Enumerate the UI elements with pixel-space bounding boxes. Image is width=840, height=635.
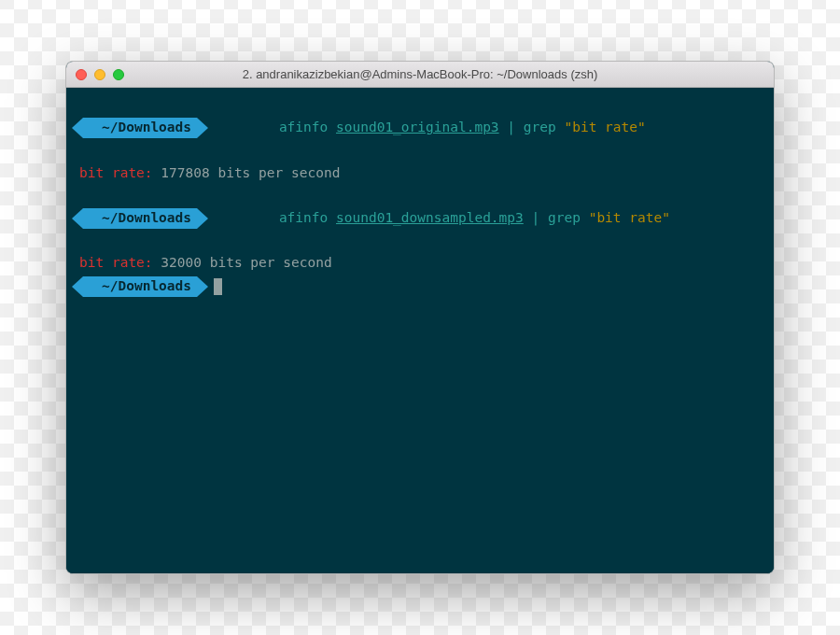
prompt-path-badge: ~/Downloads: [83, 208, 197, 229]
output-line: bit rate: 32000 bits per second: [66, 252, 774, 274]
prompt-line-active[interactable]: ~/Downloads: [66, 276, 774, 297]
titlebar[interactable]: 2. andranikazizbekian@Admins-MacBook-Pro…: [66, 62, 774, 88]
prompt-path-badge: ~/Downloads: [83, 118, 197, 138]
window-title: 2. andranikazizbekian@Admins-MacBook-Pro…: [66, 67, 774, 81]
cmd-pipe: |: [499, 120, 524, 134]
cmd-grep: grep: [524, 120, 556, 134]
output-line: bit rate: 177808 bits per second: [66, 162, 774, 184]
prompt-path: ~/Downloads: [102, 117, 191, 138]
output-value: 177808 bits per second: [153, 162, 341, 184]
cursor: [214, 278, 222, 295]
minimize-icon[interactable]: [94, 69, 105, 80]
traffic-lights: [76, 69, 124, 80]
prompt-path: ~/Downloads: [102, 275, 191, 297]
maximize-icon[interactable]: [113, 69, 124, 80]
output-label: bit rate:: [79, 162, 153, 184]
terminal-body[interactable]: ~/Downloads afinfo sound01_original.mp3 …: [66, 88, 774, 573]
cmd-arg: sound01_original.mp3: [336, 120, 499, 134]
cmd-arg: sound01_downsampled.mp3: [336, 210, 524, 225]
cmd-grep-arg: "bit rate": [589, 210, 670, 225]
close-icon[interactable]: [76, 69, 87, 80]
cmd-tool: afinfo: [279, 120, 328, 134]
output-label: bit rate:: [79, 252, 153, 274]
prompt-path: ~/Downloads: [102, 207, 191, 229]
cmd-grep: grep: [548, 210, 581, 225]
cmd-grep-arg: "bit rate": [564, 120, 645, 134]
prompt-line: ~/Downloads afinfo sound01_original.mp3 …: [66, 95, 774, 161]
output-value: 32000 bits per second: [153, 252, 332, 274]
cmd-tool: afinfo: [279, 210, 328, 225]
prompt-line: ~/Downloads afinfo sound01_downsampled.m…: [66, 186, 774, 251]
command: afinfo sound01_downsampled.mp3 | grep "b…: [214, 186, 670, 251]
cmd-pipe: |: [524, 210, 548, 225]
terminal-window: 2. andranikazizbekian@Admins-MacBook-Pro…: [65, 61, 775, 574]
command: afinfo sound01_original.mp3 | grep "bit …: [214, 95, 646, 161]
prompt-path-badge: ~/Downloads: [83, 276, 197, 297]
